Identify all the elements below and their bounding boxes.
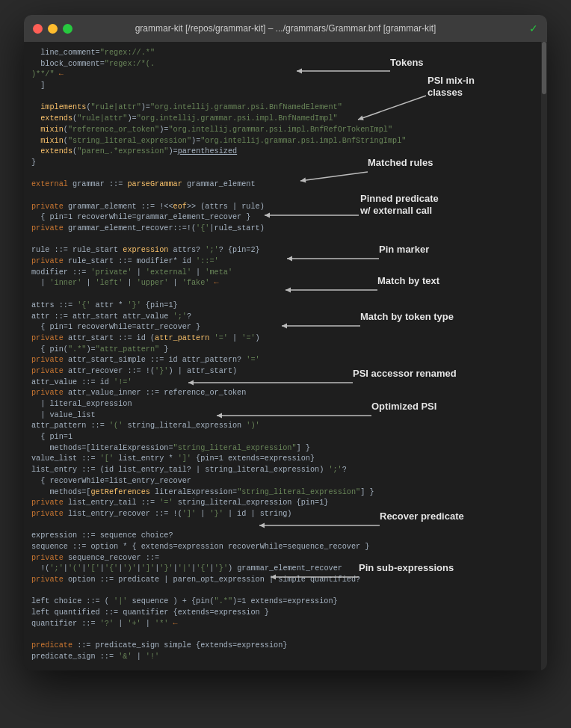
minimize-button[interactable] (48, 24, 58, 34)
main-window: grammar-kit [/repos/grammar-kit] – .../g… (24, 15, 547, 670)
content-area: line_comment="regex://.*" block_comment=… (24, 42, 547, 670)
scrollbar-thumb[interactable] (542, 42, 546, 94)
window-wrapper: grammar-kit [/repos/grammar-kit] – .../g… (24, 15, 547, 670)
window-title: grammar-kit [/repos/grammar-kit] – .../g… (135, 23, 436, 34)
check-icon: ✓ (529, 22, 538, 34)
traffic-lights (33, 24, 72, 34)
close-button[interactable] (33, 24, 43, 34)
fullscreen-button[interactable] (63, 24, 72, 34)
scrollbar[interactable] (541, 42, 547, 670)
code-content: line_comment="regex://.*" block_comment=… (31, 48, 547, 663)
titlebar: grammar-kit [/repos/grammar-kit] – .../g… (24, 15, 547, 42)
code-panel[interactable]: line_comment="regex://.*" block_comment=… (24, 42, 547, 670)
